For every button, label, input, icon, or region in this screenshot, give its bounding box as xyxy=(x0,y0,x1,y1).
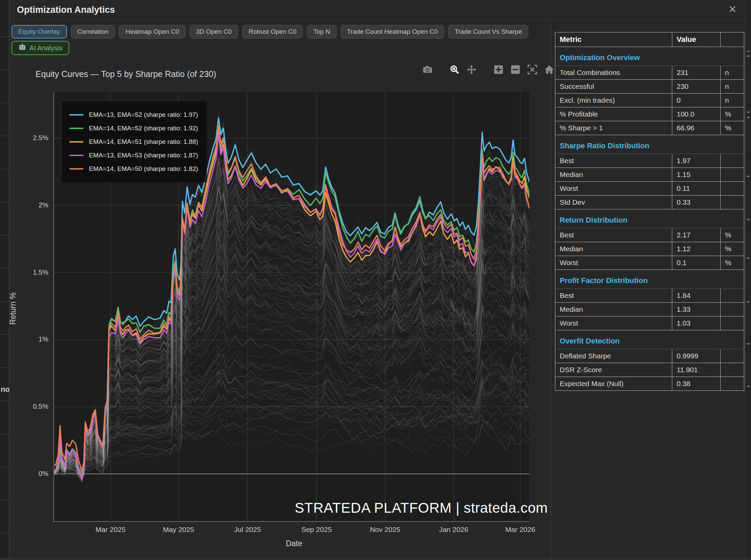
metric-value: 66.96 xyxy=(672,121,720,135)
metrics-section-title: Overfit Detection xyxy=(555,330,744,349)
bottom-edge xyxy=(0,558,751,560)
metric-value: 1.15 xyxy=(672,168,720,182)
x-tick-label: Jul 2025 xyxy=(224,525,271,534)
metric-name: Worst xyxy=(555,317,672,330)
tab-correlation[interactable]: Correlation xyxy=(71,25,115,39)
metrics-row: Worst0.11 xyxy=(555,182,744,196)
background-row-separator xyxy=(0,235,9,235)
chart-legend: EMA=13, EMA=52 (sharpe ratio: 1.97)EMA=1… xyxy=(62,101,207,182)
legend-item[interactable]: EMA=14, EMA=52 (sharpe ratio: 1.92) xyxy=(69,122,198,135)
tab-trade-count-heatmap-open-c0[interactable]: Trade Count Heatmap Open C0 xyxy=(341,25,444,39)
tab-3d-open-c0[interactable]: 3D Open C0 xyxy=(190,25,238,39)
close-icon[interactable]: ✕ xyxy=(728,3,737,16)
background-row-separator xyxy=(0,467,9,467)
tab-heatmap-open-c0[interactable]: Heatmap Open C0 xyxy=(119,25,185,39)
legend-swatch xyxy=(69,128,83,129)
metrics-row: DSR Z-Score11.901 xyxy=(555,363,744,377)
metric-name: Worst xyxy=(555,182,672,196)
scrollbar-mark xyxy=(747,257,750,259)
legend-label: EMA=13, EMA=52 (sharpe ratio: 1.97) xyxy=(89,111,198,119)
tab-top-n[interactable]: Top N xyxy=(307,25,336,39)
home-icon[interactable] xyxy=(543,64,555,75)
background-row-separator xyxy=(0,103,9,103)
metric-value: 100.0 xyxy=(672,107,720,121)
metric-unit xyxy=(720,154,744,168)
metric-value: 2.17 xyxy=(672,228,720,242)
autoscale-icon[interactable] xyxy=(526,64,538,75)
camera-icon[interactable] xyxy=(422,64,433,75)
legend-item[interactable]: EMA=14, EMA=51 (sharpe ratio: 1.88) xyxy=(69,135,198,148)
metrics-row: Worst1.03 xyxy=(555,317,744,330)
metrics-row: Median1.15 xyxy=(555,168,744,182)
metrics-row: Successful230n xyxy=(555,80,744,94)
scrollbar-mark xyxy=(747,51,750,52)
ai-analysis-button[interactable]: AI Analysis xyxy=(12,41,69,55)
legend-label: EMA=13, EMA=53 (sharpe ratio: 1.87) xyxy=(89,152,198,159)
x-tick-label: Mar 2025 xyxy=(87,525,134,534)
metric-name: Total Combinations xyxy=(555,66,672,80)
zoom-icon[interactable] xyxy=(449,64,460,75)
metric-name: Best xyxy=(555,289,672,303)
background-row-separator xyxy=(0,500,9,500)
legend-item[interactable]: EMA=13, EMA=52 (sharpe ratio: 1.97) xyxy=(69,108,198,122)
metric-name: Excl. (min trades) xyxy=(555,94,672,107)
metrics-col-header: Metric xyxy=(555,33,672,47)
metric-value: 231 xyxy=(672,66,720,80)
legend-item[interactable]: EMA=13, EMA=53 (sharpe ratio: 1.87) xyxy=(69,148,198,162)
background-row-separator xyxy=(0,533,9,533)
metrics-row: Median1.12% xyxy=(555,242,744,256)
y-tick-label: 0.5% xyxy=(11,403,48,411)
metrics-row: Best1.84 xyxy=(555,289,744,303)
zoom-in-icon[interactable] xyxy=(493,64,504,75)
scrollbar-strip[interactable] xyxy=(745,0,751,560)
tab-equity-overlay[interactable]: Equity Overlay xyxy=(12,25,67,39)
metric-unit xyxy=(720,289,744,303)
metric-value: 0.38 xyxy=(672,377,720,391)
metrics-row: % Sharpe > 166.96% xyxy=(555,121,744,135)
metric-unit xyxy=(720,303,744,317)
tab-trade-count-vs-sharpe[interactable]: Trade Count Vs Sharpe xyxy=(448,25,528,39)
metric-name: DSR Z-Score xyxy=(555,363,672,377)
metrics-col-header xyxy=(720,33,744,47)
metrics-row: Best2.17% xyxy=(555,228,744,242)
zoom-out-icon[interactable] xyxy=(510,64,521,75)
x-tick-label: May 2025 xyxy=(155,525,202,534)
x-axis-title: Date xyxy=(267,539,321,548)
metric-value: 1.12 xyxy=(672,242,720,256)
legend-item[interactable]: EMA=14, EMA=50 (sharpe ratio: 1.82) xyxy=(69,162,198,176)
metric-value: 1.03 xyxy=(672,317,720,330)
tab-robust-open-c0[interactable]: Robust Open C0 xyxy=(242,25,303,39)
pan-icon[interactable] xyxy=(466,64,477,75)
background-row-separator xyxy=(0,434,9,434)
platform-watermark: STRATEDA PLATFORM | strateda.com xyxy=(295,500,548,516)
metric-unit: n xyxy=(720,66,744,80)
dialog-titlebar: Optimization Analytics ✕ xyxy=(9,0,751,20)
scrollbar-mark xyxy=(747,112,750,113)
background-row-separator xyxy=(0,69,9,70)
metric-unit: % xyxy=(720,121,744,135)
scrollbar-mark xyxy=(747,117,750,118)
background-row-separator xyxy=(0,136,9,136)
legend-swatch xyxy=(69,168,83,169)
metric-unit: % xyxy=(720,242,744,256)
metrics-section-title: Optimization Overview xyxy=(555,47,744,66)
plot-modebar xyxy=(422,64,555,75)
metrics-section-title: Sharpe Ratio Distribution xyxy=(555,135,744,154)
legend-label: EMA=14, EMA=50 (sharpe ratio: 1.82) xyxy=(89,165,198,173)
background-partial-text: no xyxy=(1,385,9,394)
metric-name: Best xyxy=(555,228,672,242)
metric-value: 1.97 xyxy=(672,154,720,168)
metric-value: 0.9999 xyxy=(672,349,720,363)
background-row-separator xyxy=(0,401,9,401)
metric-unit xyxy=(720,168,744,182)
x-tick-label: Sep 2025 xyxy=(293,525,340,534)
metrics-row: Best1.97 xyxy=(555,154,744,168)
metrics-row: Std Dev0.33 xyxy=(555,196,744,209)
metrics-col-header: Value xyxy=(672,33,720,47)
scrollbar-mark xyxy=(747,55,750,57)
y-tick-label: 2.5% xyxy=(11,134,48,142)
metric-unit: % xyxy=(720,256,744,270)
background-row-separator xyxy=(0,367,9,368)
metric-unit xyxy=(720,196,744,209)
robot-icon xyxy=(18,43,26,53)
